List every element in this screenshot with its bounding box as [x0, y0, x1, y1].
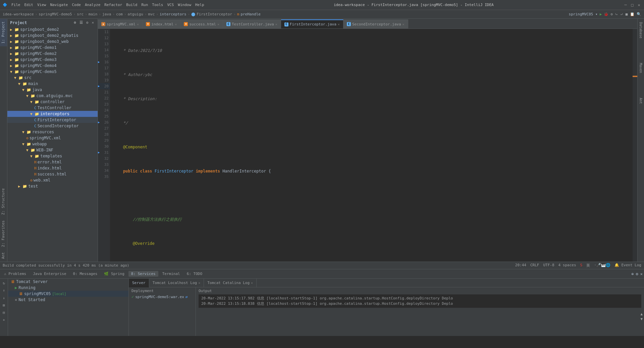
tab-close-btn[interactable]: ✕ — [198, 281, 200, 285]
debug-button[interactable]: 🐞 — [604, 12, 608, 16]
sidebar-collapse-btn[interactable]: ☰ — [78, 20, 84, 25]
bc-main[interactable]: main — [89, 12, 98, 16]
maven-panel-btn[interactable]: Maven — [638, 61, 643, 75]
tree-main[interactable]: ▼ 📁 main — [7, 81, 98, 87]
tab-testcontroller[interactable]: C TestController.java ✕ — [223, 19, 281, 28]
search-button[interactable]: 🔍 — [637, 12, 641, 16]
tab-close-btn[interactable]: ✕ — [137, 22, 139, 26]
bc-com[interactable]: com — [116, 12, 123, 16]
deploy-arrow-btn[interactable]: ⇄ — [185, 295, 188, 299]
close-button[interactable]: ✕ — [637, 3, 641, 7]
menu-file[interactable]: File — [11, 3, 20, 7]
tree-springmvc-demo2[interactable]: ▶ 📁 springMVC-demo2 — [7, 51, 98, 57]
vtab-ant[interactable]: Ant — [0, 250, 7, 262]
window-controls[interactable]: ─ □ ✕ — [623, 3, 641, 7]
menu-edit[interactable]: Edit — [24, 3, 34, 7]
bc-java[interactable]: java — [102, 12, 111, 16]
tree-secondinterceptor[interactable]: C SecondInterceptor — [7, 123, 98, 129]
add-btn[interactable]: + — [1, 317, 7, 323]
group-btn[interactable]: ⊞ — [1, 302, 7, 308]
menu-analyze[interactable]: Analyze — [85, 3, 100, 7]
tab-terminal[interactable]: Terminal — [160, 271, 183, 277]
srv-tomcat-server[interactable]: 🖥 Tomcat Server — [8, 279, 128, 285]
maximize-button[interactable]: □ — [630, 3, 635, 7]
tab-java-enterprise[interactable]: Java Enterprise — [30, 271, 69, 277]
tab-secondinterceptor[interactable]: C SecondInterceptor.java ✕ — [343, 19, 408, 28]
tree-springmvc-demo5[interactable]: ▼ 📁 springMVC-demo5 — [7, 69, 98, 75]
srv-tab-server[interactable]: Server — [129, 279, 149, 287]
bc-class[interactable]: ⬤ — [191, 12, 195, 16]
database-panel-btn[interactable]: Database — [638, 20, 643, 40]
bc-src[interactable]: src — [77, 12, 84, 16]
tree-testcontroller[interactable]: C TestController — [7, 105, 98, 111]
tree-springboot-demo3-web[interactable]: ▶ 📁 springboot_demo3_web — [7, 39, 98, 45]
menu-view[interactable]: View — [37, 3, 46, 7]
up-btn[interactable]: ↑ — [1, 287, 7, 293]
sidebar-settings-btn[interactable]: ⚙ — [85, 20, 90, 25]
tree-web-xml[interactable]: ⚙ web.xml — [7, 177, 98, 183]
bc-interceptors[interactable]: interceptors — [160, 12, 186, 16]
minimize-button[interactable]: ─ — [623, 3, 628, 7]
code-content[interactable]: * Date:2021/7/10 * Author:ybc * Descript… — [110, 29, 633, 262]
tab-success-html[interactable]: H success.html ✕ — [180, 19, 223, 28]
tree-webinf[interactable]: ▼ 📁 WEB-INF — [7, 147, 98, 153]
bc-mvc[interactable]: mvc — [148, 12, 155, 16]
tab-todo[interactable]: 6: TODO — [184, 271, 205, 277]
srv-tab-localhost-log[interactable]: Tomcat Localhost Log ✕ — [149, 279, 204, 287]
lang-indicator[interactable]: 英 — [586, 263, 590, 268]
filter-btn[interactable]: ⊟ — [1, 309, 7, 316]
menu-navigate[interactable]: Navigate — [50, 3, 68, 7]
bottom-settings-btn[interactable]: ⊕ — [631, 272, 634, 276]
tab-close-btn[interactable]: ✕ — [338, 22, 340, 26]
tree-success-html[interactable]: H success.html — [7, 171, 98, 177]
tab-close-btn[interactable]: ✕ — [175, 22, 177, 26]
vtab-structure[interactable]: Z: Structure — [0, 186, 7, 217]
vtab-favorites[interactable]: 2: Favorites — [0, 218, 7, 250]
tab-index-html[interactable]: H index.html ✕ — [143, 19, 180, 28]
menu-build[interactable]: Build — [126, 3, 137, 7]
srv-running[interactable]: ▶ Running — [8, 285, 128, 291]
bottom-close-btn[interactable]: ✕ — [640, 272, 643, 276]
tree-src[interactable]: ▼ 📁 src — [7, 75, 98, 81]
tab-close-btn[interactable]: ✕ — [275, 22, 277, 26]
tab-spring[interactable]: 🌿 Spring — [101, 271, 127, 277]
tree-templates[interactable]: ▼ 📁 templates — [7, 153, 98, 159]
indent-setting[interactable]: 4 spaces — [558, 263, 576, 268]
bc-method[interactable]: m — [237, 12, 239, 16]
menu-vcs[interactable]: VCS — [167, 3, 174, 7]
tree-springmvc-demo1[interactable]: ▶ 📁 springMVC-demo1 — [7, 45, 98, 51]
down-btn[interactable]: ↓ — [1, 295, 7, 301]
menu-run[interactable]: Run — [141, 3, 148, 7]
tree-springboot-demo2[interactable]: ▶ 📁 springboot_demo2 — [7, 26, 98, 32]
scroll-up-btn[interactable]: ▲ — [640, 312, 643, 316]
tree-springmvc-xml[interactable]: ⚙ springMVC.xml — [7, 135, 98, 141]
tree-springmvc-demo3[interactable]: ▶ 📁 springMVC-demo3 — [7, 57, 98, 63]
tree-error-html[interactable]: H error.html — [7, 159, 98, 165]
tab-springmvc-xml[interactable]: x springMVC.xml ✕ — [98, 19, 143, 28]
tab-close-btn[interactable]: ✕ — [402, 22, 405, 26]
bc-project[interactable]: springMVC-demo5 — [39, 12, 72, 16]
tree-resources[interactable]: ▼ 📁 resources — [7, 129, 98, 135]
menu-bar[interactable]: 🔷 File Edit View Navigate Code Analyze R… — [3, 3, 204, 7]
sidebar-toolbar[interactable]: ⊕ ☰ ⚙ ✕ — [73, 20, 95, 25]
tree-test[interactable]: ▶ 📁 test — [7, 183, 98, 189]
srv-tab-catalina-log[interactable]: Tomcat Catalina Log ✕ — [204, 279, 257, 287]
sidebar-close-btn[interactable]: ✕ — [91, 20, 95, 25]
tab-firstinterceptor[interactable]: C FirstInterceptor.java ✕ — [281, 19, 343, 28]
tab-close-btn[interactable]: ✕ — [251, 281, 253, 285]
tree-controller[interactable]: ▼ 📁 controller — [7, 99, 98, 105]
bc-workspace[interactable]: idea-workspace — [3, 12, 34, 16]
srv-springmvc05[interactable]: 🖥 springMVC05 [local] — [8, 291, 128, 297]
ant-panel-btn[interactable]: Ant — [638, 96, 643, 106]
tree-java[interactable]: ▼ 📁 java — [7, 87, 98, 93]
tab-problems[interactable]: ⚠ Problems — [1, 271, 29, 277]
tree-com-atguigu-mvc[interactable]: ▼ 📁 com.atguigu.mvc — [7, 93, 98, 99]
tree-firstinterceptor[interactable]: C FirstInterceptor — [7, 117, 98, 123]
code-editor[interactable]: 11 12 13 14 15 ▶16 17 18 19 ▶20 21 22 23… — [98, 29, 637, 262]
refresh-btn[interactable]: ↻ — [1, 280, 7, 286]
tab-messages[interactable]: 0: Messages — [70, 271, 100, 277]
tree-webapp[interactable]: ▼ 📁 webapp — [7, 141, 98, 147]
vtab-project[interactable]: 1: Project — [0, 19, 7, 46]
bc-atguigu[interactable]: atguigu — [128, 12, 143, 16]
tree-springmvc-demo4[interactable]: ▶ 📁 springMVC-demo4 — [7, 63, 98, 69]
